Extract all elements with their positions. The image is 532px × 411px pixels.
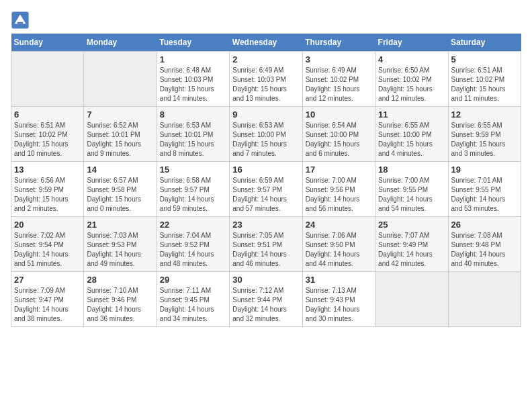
calendar-cell: 5Sunrise: 6:51 AM Sunset: 10:02 PM Dayli… xyxy=(448,52,521,107)
day-info: Sunrise: 6:58 AM Sunset: 9:57 PM Dayligh… xyxy=(160,176,226,214)
day-number: 24 xyxy=(306,220,372,230)
calendar-cell: 31Sunrise: 7:13 AM Sunset: 9:43 PM Dayli… xyxy=(302,272,375,327)
calendar-cell: 6Sunrise: 6:51 AM Sunset: 10:02 PM Dayli… xyxy=(11,107,84,162)
day-number: 30 xyxy=(232,275,299,285)
day-info: Sunrise: 6:50 AM Sunset: 10:02 PM Daylig… xyxy=(378,66,445,103)
day-number: 1 xyxy=(160,54,226,64)
calendar-cell: 7Sunrise: 6:52 AM Sunset: 10:01 PM Dayli… xyxy=(84,107,157,162)
day-number: 12 xyxy=(451,109,518,120)
calendar-week-row: 6Sunrise: 6:51 AM Sunset: 10:02 PM Dayli… xyxy=(11,107,521,162)
day-info: Sunrise: 6:53 AM Sunset: 10:00 PM Daylig… xyxy=(232,121,299,158)
day-info: Sunrise: 7:07 AM Sunset: 9:49 PM Dayligh… xyxy=(378,231,445,269)
calendar-cell: 11Sunrise: 6:55 AM Sunset: 10:00 PM Dayl… xyxy=(375,107,448,162)
day-header-sunday: Sunday xyxy=(11,34,84,52)
calendar-cell xyxy=(448,272,521,327)
day-number: 23 xyxy=(232,220,299,230)
day-info: Sunrise: 6:51 AM Sunset: 10:02 PM Daylig… xyxy=(451,66,518,103)
day-info: Sunrise: 6:53 AM Sunset: 10:01 PM Daylig… xyxy=(160,121,226,158)
calendar-header-row: SundayMondayTuesdayWednesdayThursdayFrid… xyxy=(11,34,521,52)
day-number: 28 xyxy=(87,275,153,285)
day-info: Sunrise: 6:51 AM Sunset: 10:02 PM Daylig… xyxy=(14,121,81,158)
day-info: Sunrise: 6:59 AM Sunset: 9:57 PM Dayligh… xyxy=(232,176,299,214)
calendar-cell: 23Sunrise: 7:05 AM Sunset: 9:51 PM Dayli… xyxy=(230,217,302,272)
day-number: 13 xyxy=(14,165,81,175)
calendar-cell: 21Sunrise: 7:03 AM Sunset: 9:53 PM Dayli… xyxy=(84,217,157,272)
day-header-saturday: Saturday xyxy=(448,34,521,52)
day-info: Sunrise: 7:12 AM Sunset: 9:44 PM Dayligh… xyxy=(232,286,299,324)
day-info: Sunrise: 7:00 AM Sunset: 9:55 PM Dayligh… xyxy=(378,176,445,214)
day-header-monday: Monday xyxy=(84,34,157,52)
calendar-cell: 25Sunrise: 7:07 AM Sunset: 9:49 PM Dayli… xyxy=(375,217,448,272)
day-info: Sunrise: 7:08 AM Sunset: 9:48 PM Dayligh… xyxy=(451,231,518,269)
logo-icon xyxy=(11,11,30,30)
day-info: Sunrise: 7:04 AM Sunset: 9:52 PM Dayligh… xyxy=(160,231,226,269)
calendar-cell xyxy=(84,52,157,107)
day-number: 3 xyxy=(306,54,372,64)
day-header-wednesday: Wednesday xyxy=(230,34,302,52)
calendar-cell: 4Sunrise: 6:50 AM Sunset: 10:02 PM Dayli… xyxy=(375,52,448,107)
day-number: 29 xyxy=(160,275,226,285)
calendar-cell: 9Sunrise: 6:53 AM Sunset: 10:00 PM Dayli… xyxy=(230,107,302,162)
day-info: Sunrise: 7:05 AM Sunset: 9:51 PM Dayligh… xyxy=(232,231,299,269)
day-info: Sunrise: 6:52 AM Sunset: 10:01 PM Daylig… xyxy=(87,121,153,158)
day-info: Sunrise: 7:11 AM Sunset: 9:45 PM Dayligh… xyxy=(160,286,226,324)
day-number: 10 xyxy=(306,109,372,120)
day-header-thursday: Thursday xyxy=(302,34,375,52)
day-number: 2 xyxy=(232,54,299,64)
calendar-cell: 14Sunrise: 6:57 AM Sunset: 9:58 PM Dayli… xyxy=(84,162,157,217)
day-number: 19 xyxy=(451,165,518,175)
calendar-cell: 29Sunrise: 7:11 AM Sunset: 9:45 PM Dayli… xyxy=(157,272,229,327)
calendar-table: SundayMondayTuesdayWednesdayThursdayFrid… xyxy=(11,34,521,327)
day-number: 16 xyxy=(232,165,299,175)
calendar-cell: 27Sunrise: 7:09 AM Sunset: 9:47 PM Dayli… xyxy=(11,272,84,327)
calendar-cell: 12Sunrise: 6:55 AM Sunset: 9:59 PM Dayli… xyxy=(448,107,521,162)
day-header-tuesday: Tuesday xyxy=(157,34,229,52)
calendar-week-row: 20Sunrise: 7:02 AM Sunset: 9:54 PM Dayli… xyxy=(11,217,521,272)
svg-rect-2 xyxy=(17,22,23,24)
calendar-cell: 3Sunrise: 6:49 AM Sunset: 10:02 PM Dayli… xyxy=(302,52,375,107)
calendar-cell: 8Sunrise: 6:53 AM Sunset: 10:01 PM Dayli… xyxy=(157,107,229,162)
day-info: Sunrise: 7:09 AM Sunset: 9:47 PM Dayligh… xyxy=(14,286,81,324)
calendar-cell: 19Sunrise: 7:01 AM Sunset: 9:55 PM Dayli… xyxy=(448,162,521,217)
day-info: Sunrise: 7:06 AM Sunset: 9:50 PM Dayligh… xyxy=(306,231,372,269)
page-header xyxy=(11,11,521,30)
calendar-cell: 17Sunrise: 7:00 AM Sunset: 9:56 PM Dayli… xyxy=(302,162,375,217)
calendar-cell: 1Sunrise: 6:48 AM Sunset: 10:03 PM Dayli… xyxy=(157,52,229,107)
calendar-cell: 16Sunrise: 6:59 AM Sunset: 9:57 PM Dayli… xyxy=(230,162,302,217)
day-info: Sunrise: 6:48 AM Sunset: 10:03 PM Daylig… xyxy=(160,66,226,103)
day-number: 31 xyxy=(306,275,372,285)
day-info: Sunrise: 7:01 AM Sunset: 9:55 PM Dayligh… xyxy=(451,176,518,214)
calendar-cell: 24Sunrise: 7:06 AM Sunset: 9:50 PM Dayli… xyxy=(302,217,375,272)
calendar-week-row: 13Sunrise: 6:56 AM Sunset: 9:59 PM Dayli… xyxy=(11,162,521,217)
day-info: Sunrise: 6:54 AM Sunset: 10:00 PM Daylig… xyxy=(306,121,372,158)
calendar-cell: 30Sunrise: 7:12 AM Sunset: 9:44 PM Dayli… xyxy=(230,272,302,327)
day-number: 27 xyxy=(14,275,81,285)
calendar-cell xyxy=(11,52,84,107)
day-number: 21 xyxy=(87,220,153,230)
day-info: Sunrise: 6:55 AM Sunset: 9:59 PM Dayligh… xyxy=(451,121,518,158)
day-number: 14 xyxy=(87,165,153,175)
day-number: 7 xyxy=(87,109,153,120)
calendar-cell xyxy=(375,272,448,327)
day-number: 22 xyxy=(160,220,226,230)
day-number: 11 xyxy=(378,109,445,120)
calendar-cell: 28Sunrise: 7:10 AM Sunset: 9:46 PM Dayli… xyxy=(84,272,157,327)
calendar-cell: 26Sunrise: 7:08 AM Sunset: 9:48 PM Dayli… xyxy=(448,217,521,272)
calendar-cell: 22Sunrise: 7:04 AM Sunset: 9:52 PM Dayli… xyxy=(157,217,229,272)
day-number: 6 xyxy=(14,109,81,120)
day-info: Sunrise: 7:10 AM Sunset: 9:46 PM Dayligh… xyxy=(87,286,153,324)
calendar-cell: 2Sunrise: 6:49 AM Sunset: 10:03 PM Dayli… xyxy=(230,52,302,107)
day-info: Sunrise: 6:55 AM Sunset: 10:00 PM Daylig… xyxy=(378,121,445,158)
day-info: Sunrise: 6:49 AM Sunset: 10:02 PM Daylig… xyxy=(306,66,372,103)
calendar-week-row: 27Sunrise: 7:09 AM Sunset: 9:47 PM Dayli… xyxy=(11,272,521,327)
day-info: Sunrise: 7:13 AM Sunset: 9:43 PM Dayligh… xyxy=(306,286,372,324)
calendar-cell: 18Sunrise: 7:00 AM Sunset: 9:55 PM Dayli… xyxy=(375,162,448,217)
day-number: 20 xyxy=(14,220,81,230)
day-info: Sunrise: 6:56 AM Sunset: 9:59 PM Dayligh… xyxy=(14,176,81,214)
day-number: 26 xyxy=(451,220,518,230)
calendar-week-row: 1Sunrise: 6:48 AM Sunset: 10:03 PM Dayli… xyxy=(11,52,521,107)
day-number: 18 xyxy=(378,165,445,175)
calendar-cell: 20Sunrise: 7:02 AM Sunset: 9:54 PM Dayli… xyxy=(11,217,84,272)
day-header-friday: Friday xyxy=(375,34,448,52)
day-info: Sunrise: 6:57 AM Sunset: 9:58 PM Dayligh… xyxy=(87,176,153,214)
